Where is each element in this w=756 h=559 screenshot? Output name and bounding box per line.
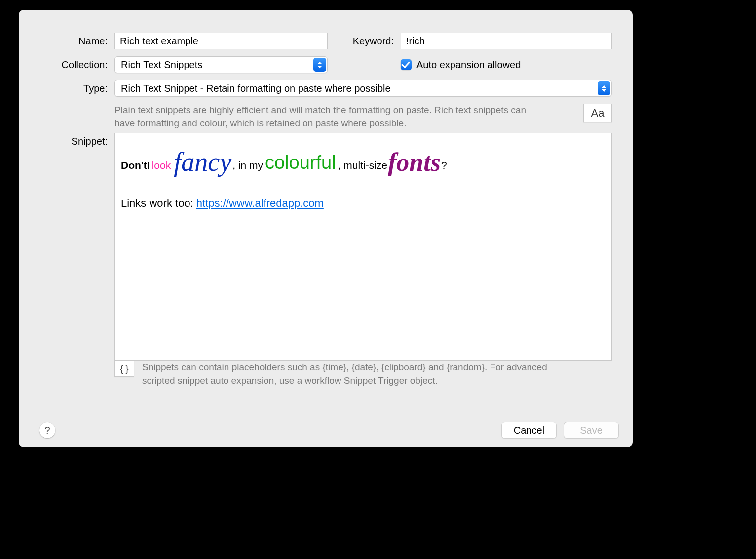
below-editor-row: { } Snippets can contain placeholders su… (114, 361, 612, 387)
dialog-content: Name: Keyword: Collection: Rich Text Sni… (19, 10, 633, 447)
type-label: Type: (39, 83, 114, 94)
rt-fonts: fonts (388, 156, 441, 169)
auto-expand-checkbox-wrap[interactable]: Auto expansion allowed (401, 59, 521, 71)
placeholder-help-text: Snippets can contain placeholders such a… (142, 361, 571, 387)
type-help-text: Plain text snippets are highly efficient… (114, 104, 534, 130)
dialog-footer: ? Cancel Save (19, 413, 633, 447)
type-select-value: Rich Text Snippet - Retain formatting on… (121, 83, 391, 94)
type-row: Type: Rich Text Snippet - Retain formatt… (39, 80, 612, 97)
keyword-label: Keyword: (338, 36, 401, 47)
name-row: Name: Keyword: (39, 33, 612, 49)
dialog-sheet: Name: Keyword: Collection: Rich Text Sni… (19, 10, 633, 447)
save-button[interactable]: Save (564, 422, 619, 439)
insert-placeholder-button[interactable]: { } (114, 361, 134, 377)
rich-text-line-1: Don't I look fancy , in my colourful , m… (121, 150, 605, 175)
collection-select[interactable]: Rich Text Snippets (114, 56, 328, 73)
help-button[interactable]: ? (39, 422, 55, 438)
rt-i: I (147, 159, 150, 172)
updown-icon (313, 58, 326, 72)
rt-look: look (152, 159, 171, 172)
font-format-button[interactable]: Aa (583, 104, 612, 122)
name-input[interactable] (114, 33, 328, 49)
updown-icon (598, 81, 610, 95)
collection-select-value: Rich Text Snippets (121, 59, 202, 71)
rt-links-prefix: Links work too: (121, 197, 196, 209)
type-select[interactable]: Rich Text Snippet - Retain formatting on… (114, 80, 612, 97)
rich-text-line-2: Links work too: https://www.alfredapp.co… (121, 196, 605, 211)
name-label: Name: (39, 36, 114, 47)
rt-multi: , multi-size (338, 159, 387, 172)
rt-qmark: ? (441, 159, 447, 172)
snippet-editor[interactable]: Don't I look fancy , in my colourful , m… (114, 133, 612, 361)
snippet-row: Snippet: Don't I look fancy , in my colo… (39, 133, 612, 361)
keyword-input[interactable] (401, 33, 612, 49)
rt-bold: Don't (121, 159, 147, 172)
rt-colourful: colourful (265, 150, 336, 175)
rt-fancy: fancy (174, 156, 231, 169)
collection-row: Collection: Rich Text Snippets Auto expa… (39, 56, 612, 73)
type-help-row: Plain text snippets are highly efficient… (39, 104, 612, 130)
checkmark-icon (401, 59, 412, 70)
auto-expand-label: Auto expansion allowed (416, 59, 521, 71)
cancel-button[interactable]: Cancel (501, 422, 557, 439)
rt-link[interactable]: https://www.alfredapp.com (196, 197, 324, 209)
snippet-label: Snippet: (39, 133, 114, 147)
rt-inmy: , in my (232, 159, 263, 172)
collection-label: Collection: (39, 59, 114, 71)
